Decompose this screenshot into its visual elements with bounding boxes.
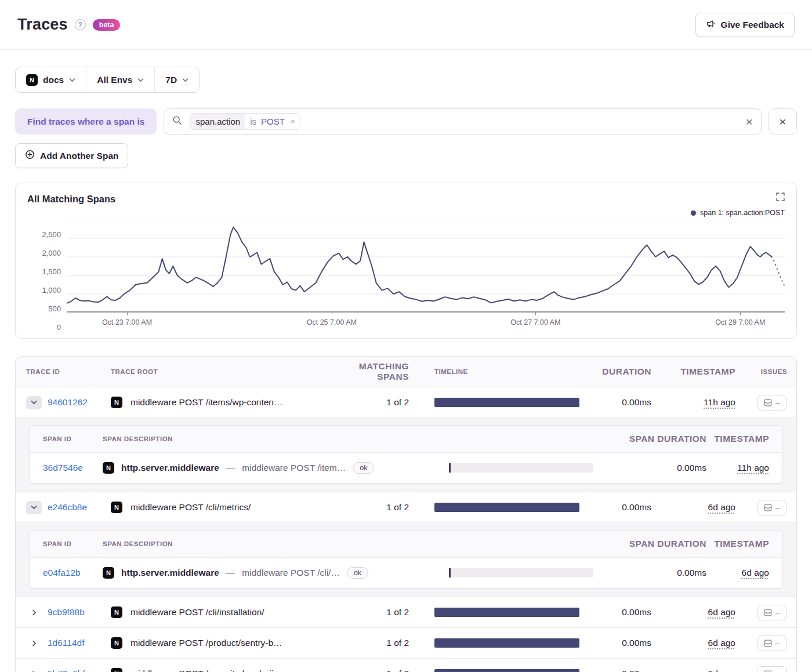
trace-duration: 0.00ms — [591, 607, 651, 617]
separator-dash: — — [226, 568, 235, 578]
trace-timestamp[interactable]: 6d ago — [708, 502, 735, 512]
nextjs-logo-icon: N — [111, 397, 122, 408]
trace-timestamp[interactable]: 6d ago — [708, 669, 735, 672]
add-another-span-label: Add Another Span — [40, 151, 118, 161]
trace-root-label: middleware POST /security-legal-pii… — [130, 669, 282, 672]
trace-timestamp[interactable]: 6d ago — [708, 638, 735, 648]
matching-spans-count: 1 of 2 — [342, 397, 411, 408]
trace-timestamp[interactable]: 6d ago — [708, 607, 735, 617]
issues-box-icon — [764, 609, 772, 616]
trace-root-label: middleware POST /items/wp-conten… — [130, 397, 282, 408]
span-timestamp[interactable]: 11h ago — [737, 463, 769, 473]
token-key: span.action — [190, 114, 245, 129]
all-matching-spans-panel: All Matching Spans span 1: span.action:P… — [15, 183, 797, 339]
traces-table: TRACE ID TRACE ROOT MATCHING SPANS TIMEL… — [15, 356, 797, 672]
token-value: POST — [261, 117, 285, 126]
col-span-duration: SPAN DURATION — [605, 434, 706, 444]
chevron-down-icon — [69, 78, 75, 82]
trace-timeline-bar — [434, 608, 579, 617]
col-timestamp: TIMESTAMP — [651, 366, 735, 377]
span-timestamp[interactable]: 6d ago — [742, 568, 769, 577]
trace-id-link[interactable]: 94601262 — [48, 397, 88, 408]
span-operation: http.server.middleware — [121, 463, 219, 473]
trace-row[interactable]: 5b72a6bf N middleware POST /security-leg… — [16, 659, 796, 672]
help-icon[interactable]: ? — [75, 19, 86, 30]
issues-count-dash: – — [775, 608, 780, 617]
trace-timeline-bar — [434, 503, 579, 512]
expanded-spans-section: SPAN ID SPAN DESCRIPTION SPAN DURATION T… — [16, 418, 796, 492]
expand-chart-icon[interactable] — [776, 192, 785, 204]
trace-issues-button[interactable]: – — [757, 395, 787, 411]
trace-row[interactable]: 9cb9f88b N middleware POST /cli/installa… — [16, 597, 796, 628]
nextjs-logo-icon: N — [111, 606, 122, 618]
token-operator: is — [245, 117, 261, 126]
x-axis-tick-label: Oct 29 7:00 AM — [715, 318, 765, 326]
span-row[interactable]: e04fa12b N http.server.middleware — midd… — [30, 558, 782, 588]
give-feedback-button[interactable]: Give Feedback — [695, 13, 795, 37]
col-span-description: SPAN DESCRIPTION — [103, 540, 425, 547]
trace-duration: 0.00ms — [591, 397, 651, 408]
span-search-input[interactable]: span.action is POST × × — [164, 108, 762, 135]
search-filter-token[interactable]: span.action is POST × — [190, 113, 300, 130]
matching-spans-count: 1 of 2 — [342, 669, 411, 672]
span-id-link[interactable]: 36d7546e — [43, 463, 83, 473]
col-span-duration: SPAN DURATION — [605, 539, 706, 549]
expand-trace-icon[interactable] — [26, 640, 42, 646]
remove-token-icon[interactable]: × — [285, 117, 300, 126]
project-filter-label: docs — [43, 75, 64, 85]
col-span-id: SPAN ID — [30, 540, 103, 547]
trace-issues-button[interactable]: – — [757, 605, 787, 620]
page-title: Traces — [17, 16, 68, 34]
matching-spans-count: 1 of 2 — [342, 502, 411, 513]
trace-root-label: middleware POST /cli/metrics/ — [130, 502, 251, 513]
col-duration: DURATION — [591, 366, 651, 377]
trace-issues-button[interactable]: – — [757, 635, 787, 651]
chevron-down-icon — [137, 78, 144, 82]
trace-row[interactable]: 1d6114df N middleware POST /product/sent… — [16, 628, 796, 659]
trace-id-link[interactable]: 1d6114df — [48, 638, 85, 648]
project-filter[interactable]: N docs — [16, 67, 86, 92]
x-axis-tick-label: Oct 25 7:00 AM — [307, 318, 357, 326]
chart-canvas — [67, 220, 785, 313]
remove-span-query-button[interactable]: × — [768, 108, 797, 135]
nextjs-logo-icon: N — [103, 462, 114, 474]
give-feedback-label: Give Feedback — [721, 20, 784, 30]
date-range-filter-label: 7D — [165, 75, 177, 85]
add-another-span-button[interactable]: Add Another Span — [15, 143, 128, 168]
span-row[interactable]: 36d7546e N http.server.middleware — midd… — [30, 453, 782, 483]
trace-issues-button[interactable]: – — [757, 500, 787, 515]
legend-series-dot — [691, 210, 696, 216]
expand-trace-icon[interactable] — [26, 609, 42, 616]
issues-box-icon — [764, 504, 772, 511]
issues-count-dash: – — [775, 638, 780, 648]
trace-row[interactable]: e246cb8e N middleware POST /cli/metrics/… — [16, 492, 796, 523]
col-matching-spans: MATCHING SPANS — [342, 361, 411, 382]
span-search-row: Find traces where a span is span.action … — [15, 108, 797, 135]
nextjs-logo-icon: N — [111, 637, 122, 649]
trace-timeline-bar — [434, 398, 579, 407]
environment-filter[interactable]: All Envs — [86, 67, 154, 92]
trace-id-link[interactable]: 5b72a6bf — [48, 669, 85, 672]
separator-dash: — — [226, 463, 235, 473]
trace-row[interactable]: 94601262 N middleware POST /items/wp-con… — [16, 387, 796, 418]
collapse-trace-icon[interactable] — [26, 501, 42, 514]
clear-search-icon[interactable]: × — [746, 115, 753, 128]
span-status-badge: ok — [353, 462, 374, 474]
trace-timestamp[interactable]: 11h ago — [704, 397, 735, 407]
trace-id-link[interactable]: 9cb9f88b — [48, 607, 85, 617]
x-axis-tick — [535, 313, 536, 315]
expanded-spans-section: SPAN ID SPAN DESCRIPTION SPAN DURATION T… — [16, 523, 796, 597]
collapse-trace-icon[interactable] — [26, 396, 42, 409]
nextjs-logo-icon: N — [26, 74, 38, 86]
date-range-filter[interactable]: 7D — [154, 67, 199, 92]
span-id-link[interactable]: e04fa12b — [43, 568, 81, 577]
trace-id-link[interactable]: e246cb8e — [48, 502, 87, 513]
traces-table-header: TRACE ID TRACE ROOT MATCHING SPANS TIMEL… — [16, 357, 796, 387]
matching-spans-count: 1 of 2 — [342, 607, 411, 617]
y-axis-tick-label: 500 — [48, 304, 61, 313]
trace-issues-button[interactable]: – — [757, 666, 787, 672]
trace-root-label: middleware POST /cli/installation/ — [130, 607, 264, 617]
col-span-description: SPAN DESCRIPTION — [103, 435, 425, 442]
main-content: N docs All Envs 7D Find traces w — [0, 50, 812, 672]
beta-badge: beta — [93, 19, 121, 31]
